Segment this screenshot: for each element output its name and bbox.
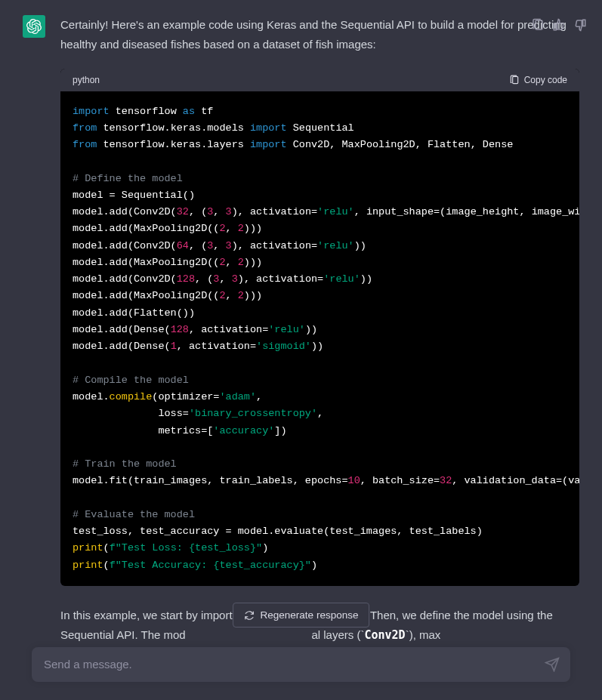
assistant-avatar bbox=[23, 15, 45, 38]
code-lang-label: python bbox=[73, 75, 100, 85]
send-icon bbox=[545, 657, 560, 672]
regenerate-button[interactable]: Regenerate response bbox=[233, 603, 370, 628]
copy-code-label: Copy code bbox=[524, 75, 567, 85]
openai-logo-icon bbox=[26, 19, 42, 34]
thumbs-down-button[interactable] bbox=[573, 18, 587, 32]
regenerate-label: Regenerate response bbox=[261, 609, 359, 621]
send-button[interactable] bbox=[545, 657, 560, 672]
copy-code-button[interactable]: Copy code bbox=[509, 75, 567, 85]
svg-rect-1 bbox=[536, 20, 542, 29]
assistant-intro-text: Certainly! Here's an example code using … bbox=[60, 15, 579, 55]
message-input[interactable] bbox=[44, 658, 533, 671]
refresh-icon bbox=[244, 610, 255, 621]
inline-code: Conv2D bbox=[364, 628, 405, 642]
clipboard-icon bbox=[531, 18, 545, 32]
code-block: python Copy code import tensorflow as tf… bbox=[60, 69, 579, 586]
thumbs-down-icon bbox=[573, 18, 587, 32]
clipboard-icon bbox=[509, 75, 520, 85]
code-header: python Copy code bbox=[60, 69, 579, 91]
message-actions bbox=[531, 18, 587, 32]
code-content[interactable]: import tensorflow as tf from tensorflow.… bbox=[60, 91, 579, 586]
thumbs-up-button[interactable] bbox=[552, 18, 566, 32]
thumbs-up-icon bbox=[552, 18, 566, 32]
copy-message-button[interactable] bbox=[531, 18, 545, 32]
svg-rect-0 bbox=[512, 76, 517, 83]
assistant-message: Certainly! Here's an example code using … bbox=[0, 0, 602, 660]
message-input-container[interactable] bbox=[32, 647, 570, 682]
